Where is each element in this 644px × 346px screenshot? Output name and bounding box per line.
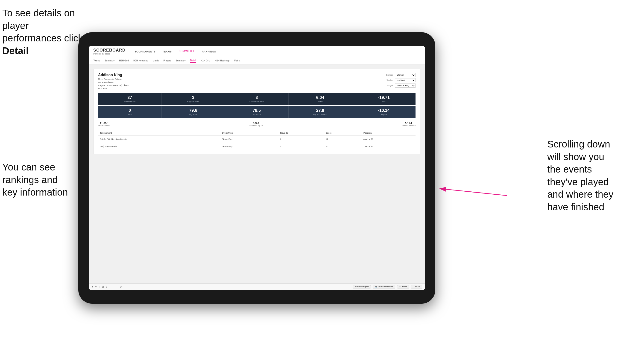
player-select[interactable]: Addison King bbox=[395, 84, 416, 88]
sep1: | bbox=[99, 286, 100, 288]
top25-record-value: 1-5-0 bbox=[249, 122, 263, 125]
col-tournament: Tournament bbox=[98, 131, 220, 136]
player-name: Addison King bbox=[98, 73, 129, 77]
watch-icon: 👁 bbox=[399, 286, 401, 288]
gender-select[interactable]: Women bbox=[395, 73, 416, 77]
player-info: Addison King Mesa Community College NJCA… bbox=[98, 73, 129, 90]
row2-rounds: 2 bbox=[278, 143, 324, 150]
tab-h2h-heatmap[interactable]: H2H Heatmap bbox=[133, 59, 148, 63]
tab-teams[interactable]: Teams bbox=[93, 59, 100, 63]
overall-record-label: Overall Record bbox=[98, 125, 110, 127]
stat-conference-rank: 3 Conference Rank bbox=[225, 93, 288, 105]
player-filter-row: Player Addison King bbox=[387, 84, 416, 88]
player-year: First Year bbox=[98, 87, 107, 90]
undo-icon[interactable]: ↺ bbox=[92, 286, 93, 288]
wins-label: Wins bbox=[100, 113, 160, 116]
save-custom-label: Save Custom View bbox=[378, 286, 393, 288]
records-row: 91-20-1 Overall Record 1-5-0 Record vs t… bbox=[98, 121, 416, 128]
stat-sos: -19.71 SoS bbox=[352, 93, 416, 105]
player-header: Addison King Mesa Community College NJCA… bbox=[98, 73, 416, 90]
tab-h2h-heatmap2[interactable]: H2H Heatmap bbox=[215, 59, 230, 63]
row1-tournament: Estella CC- Mountain Classic bbox=[98, 136, 220, 143]
regional-rank-label: Regional Rank bbox=[164, 101, 223, 103]
player-division: NJCAA Division 1 bbox=[98, 81, 114, 84]
avg-score-value: 79.6 bbox=[164, 108, 223, 113]
regional-rank-value: 3 bbox=[164, 95, 223, 100]
view-original-label: View: Original bbox=[358, 286, 369, 288]
save-custom-btn[interactable]: 💾 Save Custom View bbox=[373, 285, 395, 289]
division-select[interactable]: NJCAA I bbox=[395, 78, 416, 82]
stat-avg-score: 79.6 Avg Score bbox=[162, 106, 225, 118]
row1-score: 17 bbox=[324, 136, 362, 143]
share-btn[interactable]: ↗ Share bbox=[411, 285, 422, 289]
tab-matrix2[interactable]: Matrix bbox=[234, 59, 240, 63]
tab-players[interactable]: Players bbox=[164, 59, 171, 63]
main-content[interactable]: Addison King Mesa Community College NJCA… bbox=[89, 64, 425, 283]
sos-label: SoS bbox=[354, 101, 414, 103]
division-filter-row: Division NJCAA I bbox=[386, 78, 416, 82]
tablet-screen: SCOREBOARD Powered by clippd TOURNAMENTS… bbox=[89, 46, 425, 290]
stats-row2: 0 Wins 79.6 Avg Score 78.5 Adj Score 27.… bbox=[98, 106, 416, 118]
watch-btn[interactable]: 👁 Watch bbox=[397, 285, 409, 289]
annotation-r-6: have finished bbox=[547, 201, 604, 212]
bottom-toolbar: ↺ ↻ | ⊞ ⊠ — + | ⏱ 👁 View: Original 💾 Sav… bbox=[89, 283, 425, 290]
table-row[interactable]: Lady Coyote Invite Stroke Play 2 16 7 ou… bbox=[98, 143, 416, 150]
stat-avg-score-par: 27.8 Avg Score to Par bbox=[288, 106, 352, 118]
points-label: Points bbox=[290, 101, 350, 103]
app-header: SCOREBOARD Powered by clippd TOURNAMENTS… bbox=[89, 46, 425, 57]
col-score: Score bbox=[324, 131, 362, 136]
tab-h2h-grid2[interactable]: H2H Grid bbox=[200, 59, 210, 63]
stats-row1: 37 National Rank 3 Regional Rank 3 Confe… bbox=[98, 93, 416, 105]
svg-line-3 bbox=[440, 189, 507, 195]
top50-record-label: Record vs top 50 bbox=[402, 125, 416, 127]
annotation-bl-2: rankings and bbox=[2, 174, 58, 185]
logo-text: SCOREBOARD bbox=[93, 48, 126, 53]
avg-sg-value: -10.14 bbox=[354, 108, 414, 113]
tool-2[interactable]: ⊠ bbox=[106, 286, 108, 288]
tournament-table: Tournament Event Type Rounds Score Posit… bbox=[98, 131, 416, 150]
row1-rounds: 2 bbox=[278, 136, 324, 143]
national-rank-label: National Rank bbox=[100, 101, 160, 103]
view-original-btn[interactable]: 👁 View: Original bbox=[353, 285, 371, 289]
nav-tournaments[interactable]: TOURNAMENTS bbox=[135, 50, 156, 53]
nav-rankings[interactable]: RANKINGS bbox=[202, 50, 216, 53]
eye-icon: 👁 bbox=[355, 286, 357, 288]
gender-filter-row: Gender Women bbox=[386, 73, 416, 77]
col-event-type: Event Type bbox=[220, 131, 278, 136]
top50-record-value: 5-11-1 bbox=[402, 122, 416, 125]
tool-4[interactable]: + bbox=[113, 286, 114, 288]
nav-teams[interactable]: TEAMS bbox=[162, 50, 172, 53]
clock-icon[interactable]: ⏱ bbox=[120, 286, 122, 288]
redo-icon[interactable]: ↻ bbox=[95, 286, 97, 288]
sub-nav: Teams Summary H2H Grid H2H Heatmap Matri… bbox=[89, 57, 425, 64]
tab-summary[interactable]: Summary bbox=[104, 59, 114, 63]
annotation-detail-bold: Detail bbox=[2, 45, 28, 56]
tab-matrix[interactable]: Matrix bbox=[152, 59, 159, 63]
table-row[interactable]: Estella CC- Mountain Classic Stroke Play… bbox=[98, 136, 416, 143]
annotation-r-5: and where they bbox=[547, 189, 613, 200]
tab-h2h-grid[interactable]: H2H Grid bbox=[119, 59, 129, 63]
annotation-bottom-left: You can see rankings and key information bbox=[2, 161, 85, 199]
national-rank-value: 37 bbox=[100, 95, 160, 100]
division-label: Division bbox=[386, 79, 393, 81]
points-value: 6.04 bbox=[290, 95, 350, 100]
save-icon: 💾 bbox=[375, 286, 377, 288]
share-icon: ↗ bbox=[413, 286, 414, 288]
tab-detail[interactable]: Detail bbox=[190, 58, 196, 63]
stat-regional-rank: 3 Regional Rank bbox=[162, 93, 225, 105]
gender-label: Gender bbox=[386, 74, 393, 76]
annotation-r-1: Scrolling down bbox=[547, 139, 610, 150]
row2-event-type: Stroke Play bbox=[220, 143, 278, 150]
row2-tournament: Lady Coyote Invite bbox=[98, 143, 220, 150]
tablet-device: SCOREBOARD Powered by clippd TOURNAMENTS… bbox=[78, 32, 435, 304]
row1-position: 4 out of 20 bbox=[362, 136, 416, 143]
nav-committee[interactable]: COMMITTEE bbox=[179, 50, 195, 53]
stat-wins: 0 Wins bbox=[98, 106, 162, 118]
player-label: Player bbox=[387, 84, 393, 87]
annotation-bl-3: key information bbox=[2, 187, 68, 198]
tool-1[interactable]: ⊞ bbox=[102, 286, 104, 288]
annotation-right: Scrolling down will show you the events … bbox=[547, 138, 640, 213]
annotation-r-3: the events bbox=[547, 164, 592, 174]
tab-summary2[interactable]: Summary bbox=[176, 59, 186, 63]
tool-3[interactable]: — bbox=[110, 286, 112, 288]
